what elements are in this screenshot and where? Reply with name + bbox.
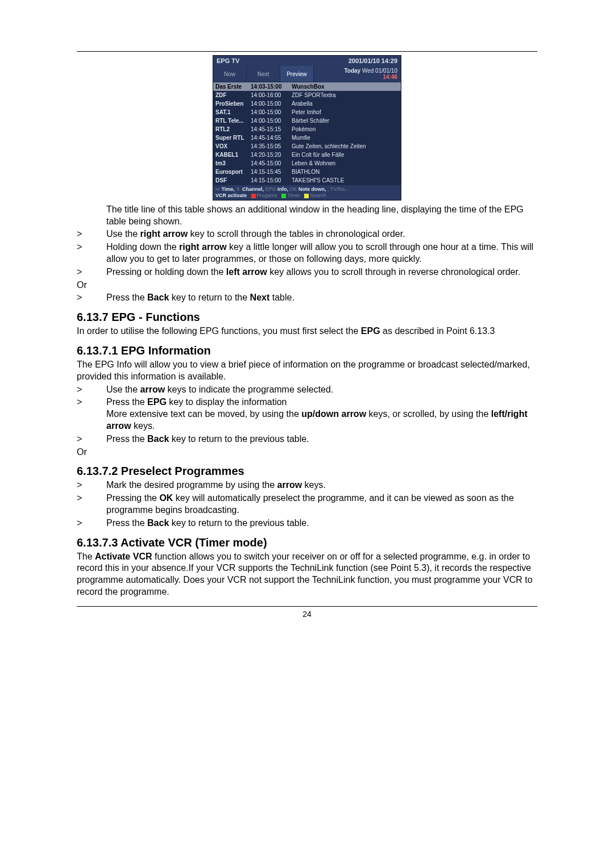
list-item: > Press the Back key to return to the pr… bbox=[77, 518, 537, 529]
table-row[interactable]: Super RTL14:45-14:55Mumfie bbox=[213, 133, 401, 142]
date-label: Wed 01/01/10 bbox=[362, 68, 397, 74]
list-item: > Use the arrow keys to indicate the pro… bbox=[77, 384, 537, 396]
epg-title-right: 2001/01/10 14:29 bbox=[349, 57, 397, 65]
table-row[interactable]: DSF14:15-15:00TAKESHI'S CASTLE bbox=[213, 176, 401, 185]
tab-datebox: Today Wed 01/01/10 14:46 bbox=[314, 66, 401, 82]
list-item: > Press the Back key to return to the Ne… bbox=[77, 292, 537, 304]
tab-preview[interactable]: Preview bbox=[280, 66, 314, 82]
or-label: Or bbox=[77, 446, 537, 458]
list-item: > Pressing or holding down the left arro… bbox=[77, 266, 537, 278]
list-item: > Mark the desired programme by using th… bbox=[77, 479, 537, 491]
table-row[interactable]: SAT.114:00-15:00Peter Imhof bbox=[213, 108, 401, 116]
yellow-box-icon bbox=[304, 194, 309, 198]
or-label: Or bbox=[77, 279, 537, 291]
heading-61371: 6.13.7.1 EPG Information bbox=[77, 343, 537, 358]
heading-61372: 6.13.7.2 Preselect Programmes bbox=[77, 464, 537, 478]
time-label: 14:46 bbox=[383, 74, 397, 80]
table-row[interactable]: ProSieben14:00-15:00Arabella bbox=[213, 99, 401, 108]
top-rule bbox=[77, 51, 537, 52]
epg-screenshot: EPG TV 2001/01/10 14:29 Now Next Preview… bbox=[213, 55, 401, 201]
epg-footer: ⇔ Time, ⇕ Channel, EPG Info, OK Note dow… bbox=[213, 185, 401, 200]
list-item: > Press the Back key to return to the pr… bbox=[77, 433, 537, 445]
list-item: > Use the right arrow key to scroll thro… bbox=[77, 228, 537, 240]
table-row[interactable]: RTL Tele...14:00-15:00Bärbel Schäfer bbox=[213, 116, 401, 125]
table-row[interactable]: ZDF14:00-16:00ZDF SPORTextra bbox=[213, 91, 401, 99]
heading-6137: 6.13.7 EPG - Functions bbox=[77, 310, 537, 324]
bottom-rule bbox=[77, 606, 537, 607]
table-row[interactable]: KABEL114:20-15:20Ein Colt für alle Fälle bbox=[213, 151, 401, 159]
paragraph: The EPG Info will allow you to view a br… bbox=[77, 359, 537, 383]
paragraph: The title line of this table shows an ad… bbox=[106, 204, 537, 228]
list-item: > Holding down the right arrow key a lit… bbox=[77, 241, 537, 265]
epg-titlebar: EPG TV 2001/01/10 14:29 bbox=[213, 56, 401, 66]
list-item: > Pressing the OK key will automatically… bbox=[77, 493, 537, 516]
table-row[interactable]: VOX14:35-15:05Gute Zeiten, schlechte Zei… bbox=[213, 142, 401, 151]
table-row[interactable]: tm314:45-15:00Leben & Wohnen bbox=[213, 159, 401, 168]
paragraph: In order to utilise the following EPG fu… bbox=[77, 326, 537, 337]
document-page: EPG TV 2001/01/10 14:29 Now Next Preview… bbox=[77, 51, 537, 619]
epg-title-left: EPG TV bbox=[217, 57, 239, 65]
table-row[interactable]: RTL214:45-15:15Pokémon bbox=[213, 125, 401, 133]
paragraph: The Activate VCR function allows you to … bbox=[77, 551, 537, 598]
tab-now[interactable]: Now bbox=[213, 66, 247, 82]
epg-table: Das Erste 14:03-15:00 WunschBox ZDF14:00… bbox=[213, 82, 401, 185]
today-label: Today bbox=[344, 68, 360, 74]
epg-tabs: Now Next Preview Today Wed 01/01/10 14:4… bbox=[213, 66, 401, 82]
page-number: 24 bbox=[77, 609, 537, 619]
tab-next[interactable]: Next bbox=[247, 66, 280, 82]
heading-61373: 6.13.7.3 Activate VCR (Timer mode) bbox=[77, 535, 537, 550]
red-box-icon bbox=[251, 194, 256, 198]
green-box-icon bbox=[281, 194, 286, 198]
table-row[interactable]: Eurosport14:15-15:45BIATHLON bbox=[213, 168, 401, 176]
list-item: > Press the EPG key to display the infor… bbox=[77, 397, 537, 432]
table-row[interactable]: Das Erste 14:03-15:00 WunschBox bbox=[213, 82, 401, 91]
